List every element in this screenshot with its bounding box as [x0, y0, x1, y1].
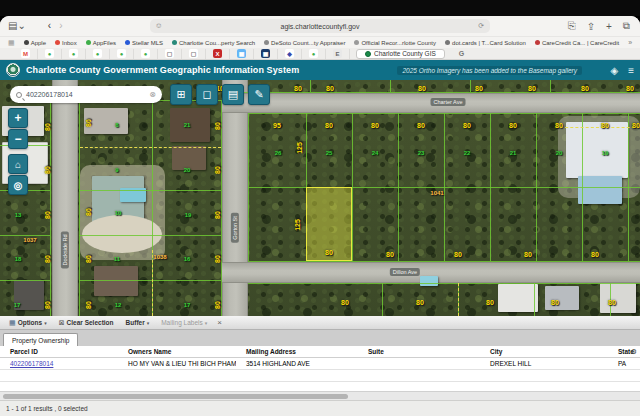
favorite-item[interactable]: Stellar MLS — [125, 40, 163, 46]
house — [600, 283, 636, 313]
basemap-gallery-button[interactable]: ⊞ — [170, 84, 192, 105]
sidebar-toggle-icon[interactable]: ▤⌄ — [8, 21, 26, 31]
pinned-tab-favicon: ▢ — [189, 49, 198, 58]
browser-toolbar: ▤⌄ ‹ › ⎊ agis.charlottecountyfl.gov ⟳ ⎘ … — [0, 16, 640, 36]
download-icon[interactable]: ⎘ — [568, 20, 576, 32]
report-tool-button[interactable]: ▤ — [222, 84, 244, 105]
parcel-search-box[interactable]: 402206178014 ⊗ — [10, 86, 162, 103]
basemap-notification[interactable]: 2025 Ortho Imagery has been added to the… — [397, 66, 582, 75]
parcel-line — [222, 92, 640, 93]
share-icon[interactable]: ⇪ — [587, 21, 595, 32]
favorites-items: AppleInboxAppFilesStellar MLSCharlotte C… — [24, 40, 620, 46]
tab-overview-icon[interactable]: ⧉ — [623, 20, 630, 32]
favorite-item[interactable]: Official Recor...rlotte County — [354, 40, 436, 46]
favorite-item[interactable]: dot.cards | T...Card Solution — [445, 40, 526, 46]
favorite-label: AppFiles — [93, 40, 116, 46]
privacy-shield-icon[interactable]: ⎊ — [156, 22, 162, 30]
pinned-tab-favicon: ● — [309, 49, 318, 58]
street-label: Charter Ave — [431, 98, 466, 106]
favorites-grid-icon[interactable]: ▦ — [8, 39, 15, 47]
pinned-tab-favicon: M — [21, 49, 30, 58]
options-label: Options — [18, 319, 43, 326]
map-label: 1037 — [23, 237, 36, 243]
map-label: 95 — [273, 122, 281, 129]
horizontal-scrollbar[interactable] — [0, 391, 640, 400]
column-header[interactable]: Owners Name — [118, 346, 236, 358]
search-input[interactable]: 402206178014 — [26, 91, 145, 98]
gis-title: Charlotte County Government Geographic I… — [26, 65, 299, 75]
pinned-tab[interactable]: ▦ — [254, 49, 278, 59]
address-bar[interactable]: ⎊ agis.charlottecountyfl.gov ⟳ — [150, 19, 490, 33]
pinned-tab[interactable]: ● — [38, 49, 62, 59]
favorite-item[interactable]: DeSoto Count...ty Appraiser — [264, 40, 345, 46]
pinned-tab[interactable]: ● — [86, 49, 110, 59]
clear-search-icon[interactable]: ⊗ — [149, 90, 156, 99]
clear-selection-button[interactable]: ⊠ Clear Selection — [55, 319, 118, 327]
options-menu[interactable]: ▦ Options ▾ — [5, 319, 51, 327]
pinned-tab-favicon: ● — [117, 49, 126, 58]
buffer-menu[interactable]: Buffer ▾ — [122, 319, 154, 326]
parcel-line — [470, 80, 471, 92]
map-label: 80 — [325, 249, 333, 256]
favorite-item[interactable]: Charlotte Cou...perty Search — [172, 40, 255, 46]
close-results-icon[interactable]: × — [217, 318, 222, 327]
favorite-item[interactable]: Inbox — [55, 40, 77, 46]
column-header[interactable]: Parcel ID — [0, 346, 118, 358]
table-settings-gear-icon[interactable]: ⚙ — [631, 348, 637, 356]
parcel-id-link[interactable]: 402206178014 — [10, 360, 53, 367]
layers-icon[interactable]: ◈ — [610, 65, 618, 76]
map-label: 8 — [115, 122, 118, 128]
draw-tool-button[interactable]: ✎ — [248, 84, 270, 105]
map[interactable]: 402206178014 ⊗ ⊞ ◻ ▤ ✎ + − ⌂ ◎ 601008080… — [0, 80, 640, 316]
menu-icon[interactable]: ≡ — [628, 65, 634, 76]
favorite-item[interactable]: AppFiles — [86, 40, 116, 46]
favorite-label: Inbox — [62, 40, 77, 46]
forward-button[interactable]: › — [59, 21, 62, 31]
scrollbar-thumb[interactable] — [3, 394, 348, 399]
pinned-tab[interactable]: ▦ — [230, 49, 254, 59]
new-tab-icon[interactable]: + — [606, 21, 612, 32]
table-cell: 3514 HIGHLAND AVE — [236, 358, 358, 370]
search-icon — [16, 92, 22, 98]
pinned-tab[interactable]: ▢ — [182, 49, 206, 59]
map-label: 80 — [608, 299, 616, 306]
pinned-tab[interactable]: M — [14, 49, 38, 59]
mailing-labels-menu[interactable]: Mailing Labels ▾ — [157, 319, 211, 326]
pinned-tab[interactable]: X — [206, 49, 230, 59]
tab-property-ownership[interactable]: Property Ownership — [3, 333, 78, 346]
column-header[interactable]: City — [480, 346, 608, 358]
pinned-tab-favicon: ▦ — [237, 49, 246, 58]
select-tool-button[interactable]: ◻ — [196, 84, 218, 105]
favorite-item[interactable]: CareCredit Ca... | CareCredit — [535, 40, 619, 46]
home-extent-button[interactable]: ⌂ — [8, 154, 28, 174]
pinned-tab[interactable]: ▢ — [158, 49, 182, 59]
pinned-tabs: M●●●●●▢▢X▦▦◆●E — [14, 49, 350, 59]
zoom-out-button[interactable]: − — [8, 129, 28, 149]
table-row[interactable]: 402206178014HO MY VAN & LIEU THI BICH PH… — [0, 358, 640, 370]
favorite-item[interactable]: Apple — [24, 40, 46, 46]
back-button[interactable]: ‹ — [48, 21, 51, 31]
pinned-tab[interactable]: E — [326, 49, 350, 59]
pinned-tab[interactable]: ● — [110, 49, 134, 59]
favorite-label: dot.cards | T...Card Solution — [452, 40, 526, 46]
tab-g[interactable]: G — [459, 50, 464, 57]
reload-icon[interactable]: ⟳ — [478, 22, 484, 30]
zoom-in-button[interactable]: + — [8, 108, 28, 128]
column-header[interactable]: Suite — [358, 346, 480, 358]
empty-table-row — [0, 370, 640, 382]
dashed-line — [80, 147, 221, 148]
column-header[interactable]: Mailing Address — [236, 346, 358, 358]
favorites-overflow-chevron[interactable]: » — [628, 39, 632, 46]
pinned-tab[interactable]: ● — [62, 49, 86, 59]
parcel-line — [534, 283, 535, 316]
parcel-line — [0, 235, 50, 236]
my-location-button[interactable]: ◎ — [8, 175, 28, 195]
map-label: 80 — [601, 122, 609, 129]
dashed-line — [458, 283, 459, 316]
favorite-label: Apple — [31, 40, 46, 46]
tab-charlotte-county-gis[interactable]: Charlotte County GIS — [356, 49, 445, 59]
pinned-tab[interactable]: ● — [302, 49, 326, 59]
pinned-tab-favicon: E — [333, 49, 342, 58]
pinned-tab[interactable]: ◆ — [278, 49, 302, 59]
pinned-tab[interactable]: ● — [134, 49, 158, 59]
